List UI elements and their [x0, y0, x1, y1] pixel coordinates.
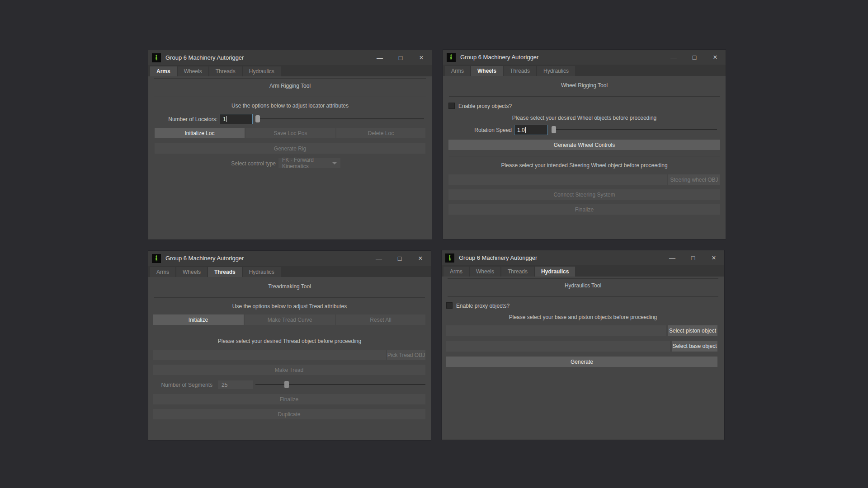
close-icon[interactable]: ×	[705, 50, 726, 65]
maximize-icon[interactable]: □	[684, 50, 705, 65]
text-caret	[226, 116, 227, 122]
panel-heading: Arm Rigging Tool	[148, 83, 432, 89]
divider	[449, 78, 720, 78]
window-title: Group 6 Machinery Autorigger	[460, 54, 538, 61]
divider	[154, 331, 425, 331]
minimize-icon[interactable]: —	[369, 50, 390, 65]
tab-arms[interactable]: Arms	[150, 66, 177, 76]
divider	[448, 278, 718, 279]
segments-slider	[255, 380, 425, 389]
initialize-button[interactable]: Initialize	[153, 314, 244, 325]
panel-heading: Wheel Rigging Tool	[443, 82, 726, 89]
control-type-dropdown: FK - Forward Kinematics	[278, 158, 340, 168]
tab-bar: Arms Wheels Threads Hydraulics	[148, 65, 432, 76]
initialize-loc-button[interactable]: Initialize Loc	[155, 128, 245, 138]
tab-threads[interactable]: Threads	[504, 66, 536, 76]
pick-instruction-text: Please select your desired Thread object…	[148, 338, 431, 344]
generate-rig-button: Generate Rig	[155, 143, 425, 154]
segments-value-field: 25	[218, 380, 253, 389]
maximize-icon[interactable]: □	[390, 50, 411, 65]
titlebar[interactable]: Group 6 Machinery Autorigger — □ ×	[148, 50, 432, 65]
tab-wheels[interactable]: Wheels	[471, 66, 503, 76]
instruction-text: Please select your base and piston objec…	[442, 314, 724, 320]
select-piston-button[interactable]: Select piston object	[668, 325, 717, 336]
minimize-icon[interactable]: —	[662, 250, 683, 265]
hydraulics-panel: Hydraulics Tool Enable proxy objects? Pl…	[442, 277, 724, 440]
tab-arms[interactable]: Arms	[445, 66, 470, 76]
tab-wheels[interactable]: Wheels	[178, 66, 208, 76]
pick-tread-obj-button: Pick Tread OBJ	[387, 350, 425, 360]
titlebar[interactable]: Group 6 Machinery Autorigger — □ ×	[443, 50, 726, 65]
reset-all-button: Reset All	[336, 314, 425, 325]
tab-bar: Arms Wheels Threads Hydraulics	[443, 65, 726, 76]
close-icon[interactable]: ×	[410, 251, 431, 266]
maximize-icon[interactable]: □	[683, 250, 703, 265]
tab-threads[interactable]: Threads	[501, 267, 534, 277]
window-title: Group 6 Machinery Autorigger	[165, 255, 244, 262]
save-loc-pos-button: Save Loc Pos	[245, 128, 335, 138]
divider	[154, 279, 425, 279]
tab-hydraulics[interactable]: Hydraulics	[535, 267, 575, 277]
rotation-speed-label: Rotation Speed	[443, 127, 512, 133]
tab-hydraulics[interactable]: Hydraulics	[537, 66, 575, 76]
delete-loc-button: Delete Loc	[336, 128, 425, 138]
rotation-speed-input[interactable]: 1.0	[514, 125, 548, 135]
piston-obj-field	[446, 325, 666, 336]
close-icon[interactable]: ×	[411, 50, 432, 65]
close-icon[interactable]: ×	[703, 250, 724, 265]
generate-wheel-controls-button[interactable]: Generate Wheel Controls	[448, 140, 720, 150]
finalize-button: Finalize	[448, 204, 720, 215]
tab-threads[interactable]: Threads	[208, 267, 242, 277]
app-icon	[152, 53, 161, 62]
tab-wheels[interactable]: Wheels	[176, 267, 207, 277]
steering-obj-field	[448, 174, 667, 185]
minimize-icon[interactable]: —	[663, 50, 684, 65]
divider	[154, 297, 425, 298]
segments-label: Number of Segments	[148, 382, 212, 388]
chevron-down-icon	[332, 162, 337, 164]
rotation-speed-slider[interactable]	[552, 125, 717, 134]
tab-hydraulics[interactable]: Hydraulics	[243, 267, 281, 277]
tab-threads[interactable]: Threads	[209, 66, 242, 76]
titlebar[interactable]: Group 6 Machinery Autorigger — □ ×	[442, 250, 724, 265]
enable-proxy-label: Enable proxy objects?	[456, 303, 509, 309]
slider-handle	[284, 381, 289, 388]
duplicate-button: Duplicate	[153, 409, 425, 419]
window-arms: Group 6 Machinery Autorigger — □ × Arms …	[148, 50, 432, 239]
make-tread-button: Make Tread	[153, 365, 425, 375]
num-locators-slider[interactable]	[255, 114, 424, 123]
finalize-button: Finalize	[153, 394, 425, 404]
num-locators-input[interactable]: 1	[220, 114, 253, 124]
tab-arms[interactable]: Arms	[150, 267, 175, 277]
window-title: Group 6 Machinery Autorigger	[459, 254, 537, 261]
divider	[449, 156, 720, 156]
window-title: Group 6 Machinery Autorigger	[165, 54, 244, 61]
generate-button[interactable]: Generate	[446, 357, 717, 367]
tab-arms[interactable]: Arms	[443, 267, 469, 277]
text-caret	[525, 127, 526, 133]
app-icon	[152, 254, 161, 263]
maximize-icon[interactable]: □	[389, 251, 410, 266]
instruction-text: Please select your desired Wheel objects…	[443, 115, 726, 121]
window-threads: Group 6 Machinery Autorigger — □ × Arms …	[148, 251, 431, 440]
tab-bar: Arms Wheels Threads Hydraulics	[442, 265, 724, 277]
tread-obj-field	[153, 350, 386, 360]
instruction-text: Use the options below to adjust Tread at…	[148, 303, 431, 310]
minimize-icon[interactable]: —	[368, 251, 389, 266]
enable-proxy-checkbox[interactable]	[448, 103, 455, 109]
steering-obj-button: Steering wheel OBJ	[668, 174, 720, 185]
titlebar[interactable]: Group 6 Machinery Autorigger — □ ×	[148, 251, 431, 266]
select-base-button[interactable]: Select base object	[672, 341, 717, 352]
instruction-text: Use the options below to adjust locator …	[148, 103, 432, 109]
divider	[154, 97, 426, 97]
slider-groove	[255, 384, 425, 385]
divider	[449, 96, 720, 97]
enable-proxy-checkbox[interactable]	[446, 302, 453, 309]
panel-heading: Treadmaking Tool	[148, 283, 431, 290]
slider-handle[interactable]	[255, 115, 260, 122]
slider-handle[interactable]	[552, 126, 556, 133]
tab-wheels[interactable]: Wheels	[470, 267, 500, 277]
app-icon	[447, 53, 456, 62]
app-icon	[445, 253, 454, 263]
tab-hydraulics[interactable]: Hydraulics	[243, 66, 281, 76]
